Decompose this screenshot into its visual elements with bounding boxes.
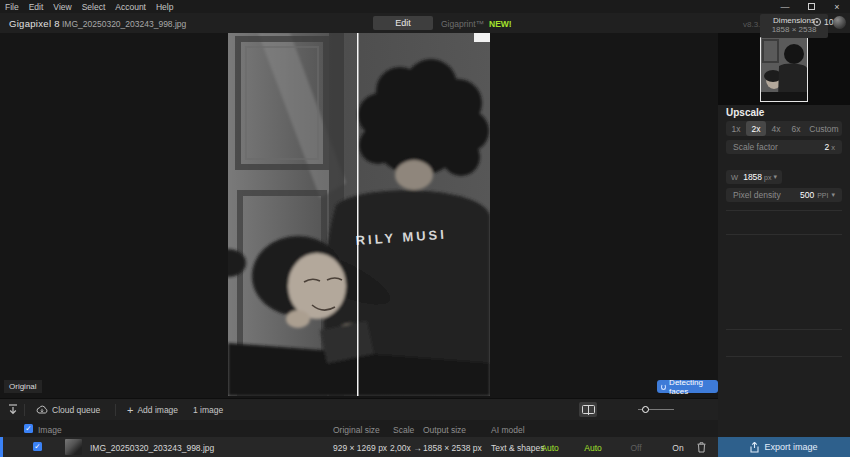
zoom-slider[interactable]: [638, 409, 674, 410]
trash-icon: [697, 442, 706, 453]
menu-edit[interactable]: Edit: [24, 2, 49, 12]
pixel-density-value: 500: [800, 190, 814, 200]
open-filename: IMG_20250320_203243_998.jpg: [62, 19, 186, 29]
detecting-faces-badge: Detecting faces: [657, 380, 718, 393]
scale-mode-1x[interactable]: 1x: [726, 121, 746, 136]
split-divider: [357, 33, 359, 396]
gigapixel-window: File Edit View Select Account Help — × G…: [0, 0, 850, 457]
split-view-icon: [582, 405, 595, 414]
col-image: Image: [38, 425, 62, 435]
row-scale: 2,00x →: [390, 443, 422, 453]
add-image-label: Add image: [137, 405, 178, 415]
pixel-density-unit: PPI: [817, 192, 828, 199]
row-delete-button[interactable]: [697, 442, 706, 455]
image-count: 1 image: [193, 399, 223, 420]
menu-view[interactable]: View: [48, 2, 76, 12]
image-canvas[interactable]: RILY MUSI Original Detecting faces: [0, 33, 718, 398]
detecting-faces-text: Detecting faces: [669, 378, 712, 396]
export-image-button[interactable]: Export image: [718, 437, 850, 457]
select-all-checkbox[interactable]: ✓: [24, 424, 33, 433]
width-value: 1858: [743, 172, 762, 182]
scale-mode-6x[interactable]: 6x: [786, 121, 806, 136]
spinner-icon: [661, 384, 666, 390]
width-unit: px: [764, 174, 771, 181]
width-label: W: [731, 173, 738, 182]
scale-mode-group: 1x 2x 4x 6x Custom: [726, 121, 842, 136]
queue-table-header: ✓ Image Original size Scale Output size …: [0, 420, 718, 437]
menu-select[interactable]: Select: [77, 2, 111, 12]
original-view-label: Original: [4, 380, 42, 393]
row-thumbnail: [65, 439, 82, 455]
new-badge: NEW!: [489, 19, 512, 29]
export-label: Export image: [764, 442, 817, 452]
header-bar: Gigapixel 8 IMG_20250320_203243_998.jpg …: [0, 13, 850, 33]
row-selected-indicator: [0, 437, 3, 457]
row-filename: IMG_20250320_203243_998.jpg: [90, 443, 214, 453]
navigator-thumbnail[interactable]: [760, 37, 808, 102]
menu-account[interactable]: Account: [110, 2, 151, 12]
credits-icon: [813, 18, 821, 26]
col-output-size: Output size: [423, 425, 466, 435]
row-checkbox[interactable]: ✓: [33, 442, 42, 451]
scale-factor-field[interactable]: Scale factor 2 x: [726, 140, 842, 154]
row-sharpen-value[interactable]: Auto: [540, 443, 560, 453]
row-original-size: 929 × 1269 px: [333, 443, 387, 453]
queue-table-row[interactable]: ✓ IMG_20250320_203243_998.jpg 929 × 1269…: [0, 437, 718, 457]
col-ai-model: AI model: [491, 425, 525, 435]
maximize-button[interactable]: [798, 2, 824, 12]
export-icon: [750, 442, 759, 453]
col-scale: Scale: [393, 425, 414, 435]
cloud-queue-button[interactable]: Cloud queue: [36, 399, 100, 420]
col-original-size: Original size: [333, 425, 380, 435]
plus-icon: +: [127, 404, 133, 416]
photo-preview[interactable]: RILY MUSI: [228, 33, 490, 396]
row-denoise-value[interactable]: Auto: [583, 443, 603, 453]
app-title: Gigapixel 8: [9, 18, 60, 29]
image-count-label: 1 image: [193, 405, 223, 415]
add-image-button[interactable]: + Add image: [127, 399, 178, 420]
scale-mode-2x[interactable]: 2x: [746, 121, 766, 136]
cloud-icon: [36, 405, 48, 414]
download-icon: [8, 404, 18, 415]
row-face-recovery-value[interactable]: Off: [626, 443, 646, 453]
width-field[interactable]: W 1858 px ▾: [726, 170, 782, 184]
bottom-toolbar: Cloud queue + Add image 1 image − + 32% …: [0, 398, 718, 420]
scale-mode-custom[interactable]: Custom: [806, 121, 842, 136]
scale-mode-4x[interactable]: 4x: [766, 121, 786, 136]
row-output-size: 1858 × 2538 px: [423, 443, 482, 453]
zoom-slider-knob[interactable]: [642, 406, 649, 413]
minimize-button[interactable]: —: [772, 2, 798, 12]
split-view-button[interactable]: [579, 402, 597, 417]
row-gamma-value[interactable]: On: [668, 443, 688, 453]
gigaprint-tab[interactable]: Gigaprint™: [441, 19, 484, 29]
download-button[interactable]: [8, 399, 18, 420]
scale-factor-value: 2: [825, 142, 830, 152]
scale-factor-unit: x: [831, 143, 835, 152]
pixel-density-dropdown-icon[interactable]: ▾: [831, 191, 835, 199]
menu-bar: File Edit View Select Account Help: [0, 0, 850, 13]
scale-factor-label: Scale factor: [733, 142, 778, 152]
pixel-density-label: Pixel density: [733, 190, 781, 200]
cloud-queue-label: Cloud queue: [52, 405, 100, 415]
account-avatar[interactable]: [833, 16, 846, 29]
edit-tab-button[interactable]: Edit: [373, 16, 433, 30]
pixel-density-field[interactable]: Pixel density 500 PPI ▾: [726, 188, 842, 202]
settings-sidebar: Upscale 1x 2x 4x 6x Custom Scale factor …: [718, 33, 850, 437]
menu-file[interactable]: File: [0, 2, 24, 12]
close-button[interactable]: ×: [824, 2, 850, 12]
window-controls: — ×: [772, 0, 850, 13]
row-ai-model[interactable]: Text & shapes: [491, 443, 544, 453]
navigator-panel: [718, 33, 850, 105]
upscale-section-title: Upscale: [726, 107, 764, 118]
width-unit-dropdown-icon[interactable]: ▾: [773, 173, 777, 181]
maximize-icon: [808, 3, 815, 10]
menu-help[interactable]: Help: [151, 2, 178, 12]
